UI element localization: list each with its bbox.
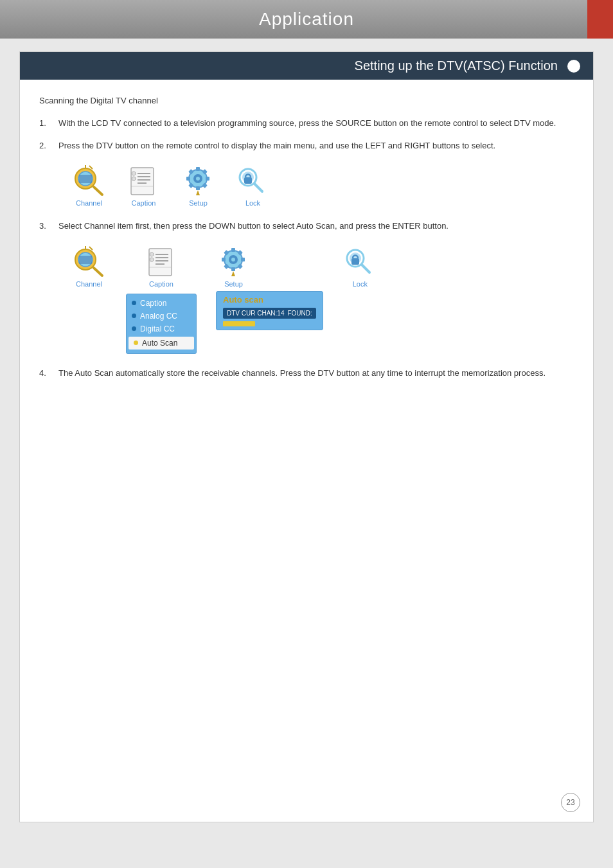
header: Application [0,0,613,39]
channel-label-1: Channel [76,199,102,207]
channel-icon-item-1: Channel [71,164,107,207]
bullet-digital-cc [132,326,136,331]
svg-line-4 [89,166,93,169]
bullet-caption [132,301,136,305]
svg-point-16 [196,177,200,181]
svg-rect-2 [79,175,92,183]
step-3-num: 3. [39,220,58,233]
section-title: Setting up the DTV(ATSC) Function [355,58,558,73]
menu-label-digital-cc: Digital CC [140,324,175,333]
autoscan-title: Auto scan [223,295,316,305]
setup-label-2: Setup [224,280,243,288]
svg-line-34 [89,247,93,250]
svg-line-29 [254,184,262,191]
svg-rect-19 [206,177,209,181]
caption-icon-2 [144,245,179,278]
step-4-num: 4. [39,367,58,380]
step-3: 3. Select Channel item first, then press… [39,220,574,233]
scanning-text: Scanning the Digital TV channel [39,96,574,105]
step-4-text: The Auto Scan automatically store the re… [58,367,574,380]
bullet-analog-cc [132,314,136,318]
svg-rect-51 [231,267,235,271]
caption-label-2: Caption [149,280,173,288]
setup-icon-item-2: Setup [216,245,251,288]
menu-label-caption: Caption [140,299,166,308]
section-header: Setting up the DTV(ATSC) Function [20,52,593,80]
autoscan-label1: DTV CUR CHAN:14 [227,310,284,317]
lock-label-2: Lock [353,280,368,288]
setup-icon-item-1: Setup [181,164,216,207]
caption-menu: Caption Analog CC Digital CC Auto Scan [126,294,197,354]
header-accent [587,0,613,39]
svg-rect-21 [196,186,200,190]
menu-item-auto-scan[interactable]: Auto Scan [129,337,194,350]
svg-rect-17 [196,167,200,171]
step-1: 1. With the LCD TV connected to a televi… [39,117,574,130]
step-3-text: Select Channel item first, then press th… [58,220,574,233]
lock-icon-item-1: Lock [235,164,271,207]
channel-icon-1 [71,164,107,197]
setup-label-1: Setup [189,199,208,207]
setup-icon-2 [216,245,251,278]
menu-item-analog-cc[interactable]: Analog CC [127,310,196,323]
caption-label-1: Caption [132,199,156,207]
svg-point-7 [132,172,136,175]
icons-row-1: Channel Caption [71,164,574,207]
menu-item-digital-cc[interactable]: Digital CC [127,323,196,335]
caption-icon-item-2: Caption Caption Analog CC Digital CC A [126,245,197,354]
step-2-num: 2. [39,139,58,152]
svg-point-38 [150,258,154,261]
svg-rect-23 [186,177,190,181]
main-content: Setting up the DTV(ATSC) Function Scanni… [19,51,594,822]
section-circle [567,60,580,73]
channel-icon-2 [71,245,107,278]
svg-point-8 [132,177,136,181]
svg-rect-32 [79,256,92,264]
svg-line-33 [94,268,102,276]
autoscan-label2: FOUND: [287,310,312,317]
autoscan-row: DTV CUR CHAN:14 FOUND: [223,308,316,319]
menu-label-analog-cc: Analog CC [140,312,177,321]
svg-point-46 [231,258,235,261]
lock-label-1: Lock [245,199,260,207]
channel-icon-item-2: Channel [71,245,107,288]
svg-rect-58 [351,258,359,265]
autoscan-popup: Auto scan DTV CUR CHAN:14 FOUND: [216,291,323,330]
svg-rect-53 [222,258,226,261]
icons-menu-container: Channel Caption Caption [71,245,574,354]
svg-point-37 [150,252,154,256]
channel-label-2: Channel [76,280,102,288]
menu-item-caption[interactable]: Caption [127,297,196,310]
lock-icon-1 [235,164,271,197]
svg-line-3 [94,187,102,195]
page-number: 23 [561,793,580,812]
svg-rect-49 [241,258,245,261]
autoscan-bar [223,321,255,326]
svg-rect-47 [231,248,235,252]
bullet-auto-scan [134,341,138,345]
caption-icon-item-1: Caption [126,164,161,207]
svg-rect-28 [244,177,252,184]
page-title: Application [259,9,354,30]
step-1-num: 1. [39,117,58,130]
lock-icon-item-2: Lock [342,245,378,288]
step-4: 4. The Auto Scan automatically store the… [39,367,574,380]
caption-icon-1 [126,164,161,197]
menu-label-auto-scan: Auto Scan [142,339,177,348]
step-1-text: With the LCD TV connected to a televisio… [58,117,574,130]
lock-icon-2 [342,245,378,278]
setup-autoscan-container: Setup Auto scan DTV CUR CHAN:14 FOUND: [216,245,323,330]
svg-marker-25 [196,190,200,195]
svg-marker-55 [231,271,235,276]
step-2-text: Press the DTV button on the remote contr… [58,139,574,152]
step-2: 2. Press the DTV button on the remote co… [39,139,574,152]
svg-line-59 [362,265,369,272]
setup-icon-1 [181,164,216,197]
